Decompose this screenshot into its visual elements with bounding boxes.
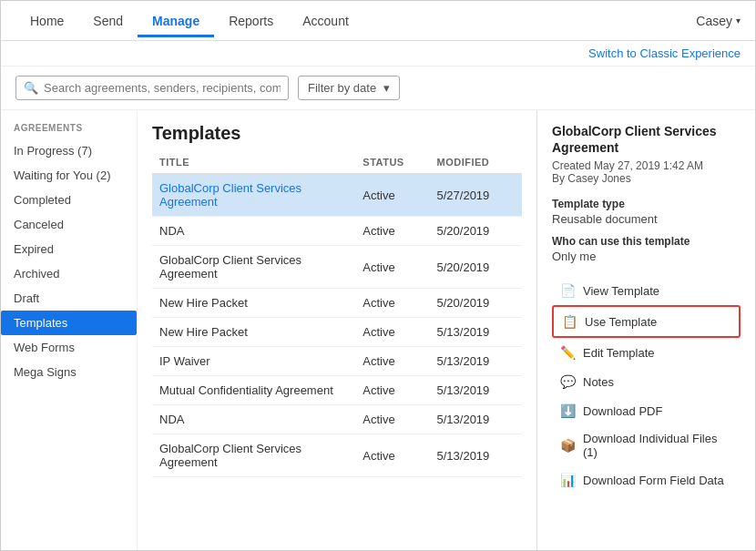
- nav-send[interactable]: Send: [78, 5, 138, 37]
- cell-status: Active: [355, 289, 429, 318]
- who-can-use-label: Who can use this template: [552, 235, 741, 248]
- action-notes[interactable]: 💬 Notes: [552, 367, 741, 396]
- download-form-field-icon: 📊: [559, 472, 576, 488]
- cell-status: Active: [355, 246, 429, 289]
- action-list: 📄 View Template 📋 Use Template ✏️ Edit T…: [552, 276, 741, 495]
- template-type-value: Reusable document: [552, 212, 741, 226]
- cell-title: GlobalCorp Client Services Agreement: [152, 434, 355, 477]
- sidebar-item-completed[interactable]: Completed: [1, 188, 137, 212]
- sidebar: AGREEMENTS In Progress (7) Waiting for Y…: [1, 110, 138, 551]
- action-label: Use Template: [585, 315, 657, 329]
- template-type-label: Template type: [552, 198, 741, 210]
- col-header-modified: MODIFIED: [429, 153, 522, 174]
- action-edit-template[interactable]: ✏️ Edit Template: [552, 338, 741, 367]
- action-download-individual[interactable]: 📦 Download Individual Files (1): [552, 425, 741, 465]
- user-name: Casey: [696, 14, 732, 28]
- cell-status: Active: [355, 217, 429, 246]
- cell-status: Active: [355, 434, 429, 477]
- action-label: Download PDF: [583, 404, 662, 418]
- cell-modified: 5/20/2019: [429, 246, 522, 289]
- cell-title: IP Waiver: [152, 347, 355, 376]
- cell-modified: 5/13/2019: [429, 405, 522, 434]
- nav-account[interactable]: Account: [288, 5, 363, 37]
- col-header-title: TITLE: [152, 153, 355, 174]
- cell-status: Active: [355, 376, 429, 405]
- cell-modified: 5/13/2019: [429, 347, 522, 376]
- search-input-wrap[interactable]: 🔍: [15, 76, 289, 100]
- action-label: Notes: [583, 375, 614, 389]
- detail-title: GlobalCorp Client Services Agreement: [552, 123, 741, 156]
- cell-title: Mutual Confidentiality Agreement: [152, 376, 355, 405]
- sidebar-item-in-progress[interactable]: In Progress (7): [1, 138, 137, 163]
- table-row[interactable]: New Hire Packet Active 5/20/2019: [152, 289, 522, 318]
- search-input[interactable]: [44, 81, 281, 95]
- cell-modified: 5/20/2019: [429, 289, 522, 318]
- table-row[interactable]: Mutual Confidentiality Agreement Active …: [152, 376, 522, 405]
- cell-modified: 5/20/2019: [429, 217, 522, 246]
- cell-title: New Hire Packet: [152, 289, 355, 318]
- view-template-icon: 📄: [559, 282, 576, 299]
- col-header-status: STATUS: [355, 153, 429, 174]
- cell-status: Active: [355, 347, 429, 376]
- sidebar-item-draft[interactable]: Draft: [1, 286, 137, 311]
- sidebar-section-label: AGREEMENTS: [1, 123, 137, 138]
- sidebar-item-waiting-for-you[interactable]: Waiting for You (2): [1, 163, 137, 188]
- search-bar: 🔍 Filter by date ▾: [1, 66, 755, 110]
- classic-experience-link[interactable]: Switch to Classic Experience: [588, 46, 741, 60]
- nav-menu: Home Send Manage Reports Account: [15, 5, 696, 37]
- cell-modified: 5/27/2019: [429, 174, 522, 217]
- sidebar-item-mega-signs[interactable]: Mega Signs: [1, 360, 137, 384]
- nav-manage[interactable]: Manage: [138, 5, 214, 37]
- nav-home[interactable]: Home: [15, 5, 78, 37]
- table-row[interactable]: New Hire Packet Active 5/13/2019: [152, 318, 522, 347]
- detail-panel: GlobalCorp Client Services Agreement Cre…: [536, 110, 755, 551]
- action-label: Download Individual Files (1): [583, 432, 733, 459]
- action-label: Edit Template: [583, 346, 655, 360]
- table-row[interactable]: NDA Active 5/20/2019: [152, 217, 522, 246]
- notes-icon: 💬: [559, 373, 576, 390]
- cell-title: GlobalCorp Client Services Agreement: [152, 174, 355, 217]
- who-can-use-value: Only me: [552, 250, 741, 263]
- action-download-form-field[interactable]: 📊 Download Form Field Data: [552, 465, 741, 495]
- content-area: Templates TITLE STATUS MODIFIED GlobalCo…: [138, 110, 536, 551]
- sidebar-item-canceled[interactable]: Canceled: [1, 212, 137, 237]
- chevron-down-icon: ▾: [383, 81, 390, 95]
- action-label: Download Form Field Data: [583, 474, 724, 487]
- detail-created: Created May 27, 2019 1:42 AM By Casey Jo…: [552, 159, 741, 185]
- cell-modified: 5/13/2019: [429, 318, 522, 347]
- table-row[interactable]: GlobalCorp Client Services Agreement Act…: [152, 246, 522, 289]
- download-pdf-icon: ⬇️: [559, 403, 576, 419]
- classic-switch-bar: Switch to Classic Experience: [1, 41, 755, 66]
- cell-status: Active: [355, 318, 429, 347]
- table-row[interactable]: GlobalCorp Client Services Agreement Act…: [152, 434, 522, 477]
- cell-title: NDA: [152, 217, 355, 246]
- cell-title: GlobalCorp Client Services Agreement: [152, 246, 355, 289]
- sidebar-item-expired[interactable]: Expired: [1, 237, 137, 261]
- table-row[interactable]: GlobalCorp Client Services Agreement Act…: [152, 174, 522, 217]
- table-row[interactable]: IP Waiver Active 5/13/2019: [152, 347, 522, 376]
- action-use-template[interactable]: 📋 Use Template: [552, 305, 741, 338]
- main-layout: AGREEMENTS In Progress (7) Waiting for Y…: [1, 110, 755, 551]
- date-filter-label: Filter by date: [308, 81, 376, 95]
- action-label: View Template: [583, 284, 659, 298]
- cell-status: Active: [355, 174, 429, 217]
- sidebar-item-archived[interactable]: Archived: [1, 261, 137, 286]
- page-title: Templates: [152, 123, 522, 144]
- cell-title: NDA: [152, 405, 355, 434]
- use-template-icon: 📋: [561, 313, 577, 330]
- cell-modified: 5/13/2019: [429, 376, 522, 405]
- action-view-template[interactable]: 📄 View Template: [552, 276, 741, 305]
- nav-reports[interactable]: Reports: [214, 5, 288, 37]
- table-row[interactable]: NDA Active 5/13/2019: [152, 405, 522, 434]
- cell-modified: 5/13/2019: [429, 434, 522, 477]
- user-menu[interactable]: Casey ▾: [696, 14, 741, 28]
- cell-status: Active: [355, 405, 429, 434]
- sidebar-item-templates[interactable]: Templates: [1, 311, 137, 335]
- search-icon: 🔍: [24, 81, 38, 95]
- templates-table: TITLE STATUS MODIFIED GlobalCorp Client …: [152, 153, 522, 477]
- edit-template-icon: ✏️: [559, 344, 576, 361]
- date-filter[interactable]: Filter by date ▾: [298, 76, 400, 100]
- download-individual-icon: 📦: [559, 437, 576, 454]
- action-download-pdf[interactable]: ⬇️ Download PDF: [552, 396, 741, 425]
- sidebar-item-web-forms[interactable]: Web Forms: [1, 335, 137, 360]
